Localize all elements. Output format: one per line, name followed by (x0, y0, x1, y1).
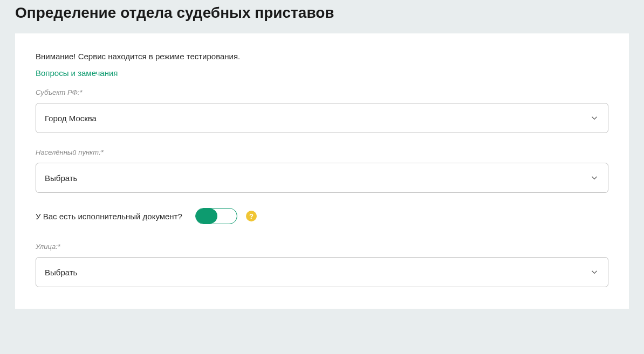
help-icon[interactable]: ? (246, 211, 257, 221)
chevron-down-icon (590, 113, 599, 123)
street-select[interactable]: Выбрать (36, 257, 608, 287)
form-card: Внимание! Сервис находится в режиме тест… (15, 33, 629, 309)
locality-label: Населённый пункт:* (36, 148, 608, 156)
chevron-down-icon (590, 267, 599, 277)
page-title: Определение отдела судебных приставов (15, 0, 629, 33)
field-street: Улица:* Выбрать (36, 242, 608, 287)
street-label: Улица:* (36, 242, 608, 251)
locality-select[interactable]: Выбрать (36, 163, 608, 193)
toggle-label: У Вас есть исполнительный документ? (36, 212, 182, 221)
toggle-row: У Вас есть исполнительный документ? ? (36, 208, 608, 224)
feedback-link[interactable]: Вопросы и замечания (36, 68, 118, 78)
street-value: Выбрать (45, 268, 590, 277)
field-locality: Населённый пункт:* Выбрать (36, 148, 608, 193)
warning-text: Внимание! Сервис находится в режиме тест… (36, 52, 608, 61)
locality-value: Выбрать (45, 173, 590, 183)
subject-select[interactable]: Город Москва (36, 103, 608, 133)
toggle-knob (196, 209, 217, 224)
chevron-down-icon (590, 173, 599, 183)
subject-value: Город Москва (45, 114, 590, 123)
field-subject: Субъект РФ:* Город Москва (36, 88, 608, 133)
subject-label: Субъект РФ:* (36, 88, 608, 96)
executive-document-toggle[interactable] (195, 208, 237, 224)
